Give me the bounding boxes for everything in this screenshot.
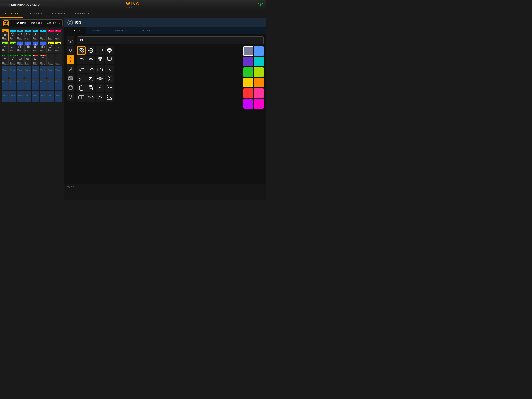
channel-cell[interactable]: USB 23 xyxy=(47,54,54,65)
category-icon-guitar[interactable] xyxy=(67,64,74,73)
channel-cell[interactable]: USB 37 xyxy=(32,78,39,90)
icon-cell-cowbell[interactable]: M xyxy=(105,56,114,64)
channel-cell[interactable]: USB 38 xyxy=(39,78,47,90)
channel-cell[interactable]: USB 32 xyxy=(55,66,62,78)
category-icon-drums[interactable] xyxy=(67,55,74,64)
channel-cell[interactable]: USB 26/R xyxy=(9,66,16,78)
icon-cell-snare[interactable] xyxy=(86,46,95,55)
category-icon-ear[interactable] xyxy=(67,93,74,101)
channel-cell[interactable]: USB 27 xyxy=(17,66,24,78)
channel-cell[interactable]: SHAKER USB 17/L xyxy=(1,54,9,65)
menu-icon[interactable] xyxy=(3,4,7,6)
channel-cell[interactable]: BD USB 1 xyxy=(1,29,9,41)
sub-tab-channels[interactable]: CHANNELS xyxy=(107,27,132,34)
channel-cell[interactable]: SYNTH 1 USB 11/L xyxy=(17,41,24,53)
channel-cell[interactable]: USB 43 xyxy=(17,90,24,102)
channel-cell[interactable]: SHAKER USB 18/R xyxy=(9,54,16,65)
next-source-button[interactable]: › xyxy=(58,21,61,25)
channel-cell[interactable]: PERC USB 19/L xyxy=(17,54,24,65)
channel-cell[interactable]: GUITAR USB 9/L xyxy=(1,41,9,53)
channel-cell[interactable]: VOX 2 USB 22 xyxy=(39,54,47,65)
channel-cell[interactable]: USB 39 xyxy=(47,78,54,90)
channel-cell[interactable]: Bass USB 8/R xyxy=(55,29,62,41)
color-cell-gray[interactable] xyxy=(243,46,253,56)
channel-cell[interactable]: SD USB 3 xyxy=(17,29,24,41)
sub-tab-config[interactable]: CONFIG xyxy=(86,27,107,34)
color-cell-red[interactable] xyxy=(243,88,253,98)
channel-cell[interactable]: SYNTH 1 USB 12/R xyxy=(24,41,31,53)
color-cell-lime[interactable] xyxy=(254,67,264,77)
channel-cell[interactable]: USB 44 xyxy=(24,90,31,102)
channel-cell[interactable]: OH USB 6/R xyxy=(39,29,47,41)
icon-cell-mallets[interactable] xyxy=(86,74,95,83)
source-module[interactable]: MODULE xyxy=(47,22,56,24)
icon-cell-hi-hat-pedal[interactable]: H xyxy=(96,56,104,64)
icon-cell-conga[interactable] xyxy=(77,84,86,92)
channel-cell[interactable]: Bass USB 7/L xyxy=(47,29,54,41)
channel-cell[interactable]: USB 36 xyxy=(24,78,31,90)
color-cell-magenta[interactable] xyxy=(243,99,253,109)
channel-cell[interactable]: OH USB 5/L xyxy=(32,29,39,41)
source-exp-card[interactable]: EXP CARD xyxy=(31,22,42,24)
channel-cell[interactable]: USB 45 xyxy=(32,90,39,102)
color-cell-cyan[interactable] xyxy=(254,57,264,66)
channel-cell[interactable]: USB 29 xyxy=(32,66,39,78)
color-cell-orange[interactable] xyxy=(254,78,264,87)
icon-cell-hi-hat-closed[interactable] xyxy=(96,46,104,55)
icon-cell-maracas[interactable] xyxy=(105,84,114,92)
channel-cell[interactable]: USB 40 xyxy=(55,78,62,90)
icon-cell-triangle[interactable] xyxy=(96,93,104,102)
color-cell-pink[interactable] xyxy=(254,99,264,109)
channel-cell[interactable]: VOX 1 USB 21 xyxy=(32,54,39,65)
icon-cell-cymbal-stand[interactable]: C xyxy=(105,65,114,73)
prev-source-button[interactable]: ‹ xyxy=(10,21,13,25)
icon-cell-bass-drum[interactable] xyxy=(77,46,86,55)
tab-sources[interactable]: SOURCES xyxy=(0,10,23,18)
icon-cell-hi-hat-open[interactable] xyxy=(105,46,114,55)
icon-cell-rack-cross[interactable]: R xyxy=(77,74,86,83)
icon-cell-floor-tom[interactable] xyxy=(77,56,86,64)
color-cell-green[interactable] xyxy=(243,67,253,77)
channel-cell[interactable]: PERC USB 20/R xyxy=(24,54,31,65)
icon-cell-sequencer[interactable] xyxy=(105,93,114,102)
channel-cell[interactable]: SYNTH 2 USB 14/R xyxy=(39,41,47,53)
icon-cell-cajon[interactable] xyxy=(86,84,95,92)
icon-cell-rack-tom[interactable] xyxy=(86,56,95,64)
icon-cell-snare-side[interactable] xyxy=(96,74,104,83)
channel-cell[interactable]: USB 28 xyxy=(24,66,31,78)
channel-cell[interactable]: USB 47 xyxy=(47,90,54,102)
sub-tab-custom[interactable]: CUSTOM xyxy=(64,27,86,34)
channel-cell[interactable]: SAX USB 15/L xyxy=(47,41,54,53)
tab-outputs[interactable]: OUTPUTS xyxy=(48,10,70,18)
channel-cell[interactable]: USB 34 xyxy=(9,78,16,90)
channel-cell[interactable]: USB 35 xyxy=(17,78,24,90)
channel-cell[interactable]: USB 33 xyxy=(1,78,9,90)
icon-cell-full-kit[interactable] xyxy=(96,65,104,73)
icon-cell-kick-left[interactable]: L xyxy=(77,65,86,73)
icon-cell-cymbal-flat[interactable] xyxy=(86,93,95,102)
color-cell-hotpink[interactable] xyxy=(254,88,264,98)
tab-talkback[interactable]: TALKBACK xyxy=(70,10,95,18)
channel-cell[interactable]: GUITAR USB 10/R xyxy=(9,41,16,53)
channel-cell[interactable]: USB 25/L xyxy=(1,66,9,78)
category-icon-mic[interactable] xyxy=(67,46,74,54)
tab-channels[interactable]: CHANNELS xyxy=(23,10,48,18)
channel-cell[interactable]: SYNTH 2 USB 13/L xyxy=(32,41,39,53)
channel-cell[interactable]: USB 48 xyxy=(55,90,62,102)
channel-cell[interactable]: USB 46 xyxy=(39,90,47,102)
color-cell-yellow[interactable] xyxy=(243,78,253,87)
channel-cell[interactable]: SD USB 4 xyxy=(24,29,31,41)
channel-cell[interactable]: SAX USB 16/R xyxy=(55,41,62,53)
channel-name-input[interactable] xyxy=(77,36,264,44)
source-usb-audio[interactable]: USB AUDIO xyxy=(15,22,26,24)
color-cell-blue[interactable] xyxy=(254,46,264,56)
channel-cell[interactable]: USB 31 xyxy=(47,66,54,78)
icon-cell-woodblock[interactable] xyxy=(77,93,86,102)
category-icon-fx[interactable] xyxy=(67,83,74,92)
icon-cell-bongos[interactable] xyxy=(105,74,114,83)
icon-cell-wind-chimes[interactable] xyxy=(96,84,104,92)
category-icon-keys[interactable] xyxy=(67,74,74,82)
channel-cell[interactable]: BD USB 2 xyxy=(9,29,16,41)
icon-cell-kick-right[interactable]: F xyxy=(86,65,95,73)
channel-cell[interactable]: USB 42 xyxy=(9,90,16,102)
